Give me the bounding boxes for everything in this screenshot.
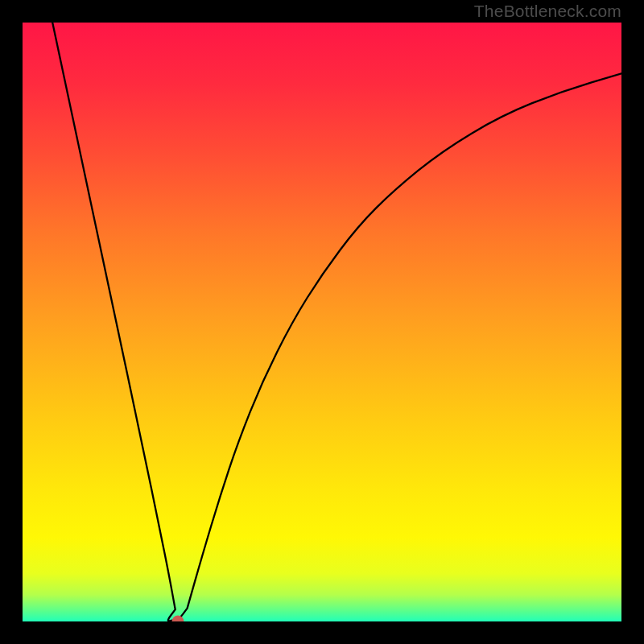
plot-area — [23, 23, 621, 621]
chart-frame: TheBottleneck.com — [0, 0, 644, 644]
watermark-text: TheBottleneck.com — [474, 2, 621, 21]
bottleneck-curve — [23, 23, 621, 621]
